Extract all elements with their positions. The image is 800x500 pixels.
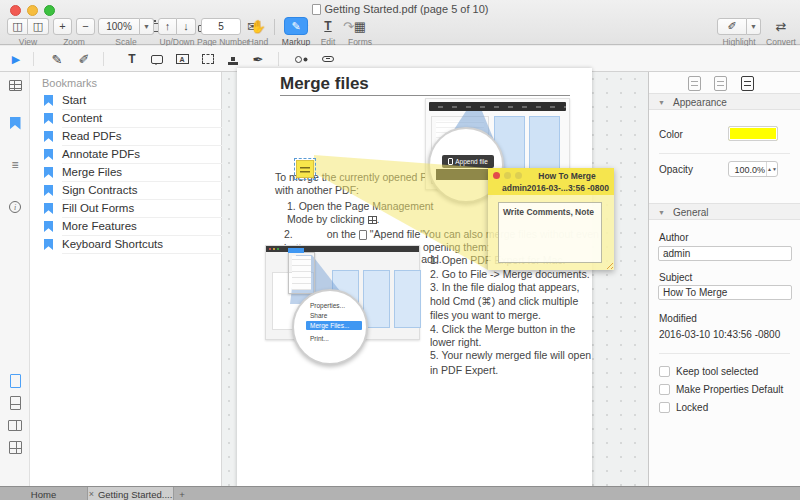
make-properties-default-checkbox[interactable]: [659, 384, 670, 395]
shapes-tool-icon[interactable]: [292, 50, 312, 68]
tab-document-active[interactable]: × Getting Started....: [88, 487, 174, 500]
panel-tab-annotation-icon[interactable]: [741, 76, 754, 91]
note-tool-icon[interactable]: [147, 50, 167, 68]
edit-tab-button[interactable]: T: [324, 18, 331, 35]
menu-item: Print...: [310, 335, 329, 342]
view-two-pages-icon[interactable]: [8, 418, 22, 432]
page-number-input[interactable]: [201, 18, 241, 35]
pen-tool-icon[interactable]: ✎: [47, 50, 67, 68]
modified-label: Modified: [659, 313, 697, 324]
view-single-page-icon[interactable]: [8, 374, 22, 388]
bookmark-item[interactable]: Merge Files: [30, 164, 222, 182]
thumbnails-panel-icon[interactable]: [8, 78, 22, 92]
bookmark-icon: [44, 149, 53, 160]
keep-tool-selected-checkbox[interactable]: [659, 366, 670, 377]
view-grid-icon[interactable]: [8, 440, 22, 454]
bookmark-icon: [44, 113, 53, 124]
text-tool-icon[interactable]: T: [122, 50, 142, 68]
bookmarks-panel-icon[interactable]: [8, 116, 22, 130]
bookmark-item[interactable]: Read PDFs: [30, 128, 222, 146]
left-sidebar-strip: ≡ i: [0, 72, 30, 486]
hand-group: ✋ Hand: [243, 17, 273, 47]
view-continuous-icon[interactable]: [8, 396, 22, 410]
scale-select[interactable]: 100%: [98, 18, 140, 35]
mini-thumbnail: [394, 270, 421, 328]
popup-resize-handle[interactable]: [604, 260, 613, 269]
opacity-stepper[interactable]: 100.0% ▲▼: [728, 161, 778, 177]
mini-file-menu: [288, 252, 315, 294]
zoom-out-button[interactable]: −: [76, 18, 95, 35]
info-panel-icon[interactable]: i: [8, 200, 22, 214]
scale-dropdown-arrow[interactable]: ▼: [140, 18, 154, 35]
link-tool-icon[interactable]: [318, 50, 338, 68]
convert-button[interactable]: ⇄: [776, 18, 787, 35]
bookmark-item[interactable]: Content: [30, 110, 222, 128]
note-popup[interactable]: How To Merge admin 2016-03-...3:56 -0800…: [488, 168, 614, 270]
panel-tab-outline-icon[interactable]: [714, 76, 727, 91]
body-text: 5. Your newly merged file will open: [430, 349, 591, 362]
page-management-grid-icon: [368, 216, 377, 224]
make-properties-default-label: Make Properties Default: [676, 384, 783, 395]
append-file-doc-icon: [359, 230, 367, 240]
textbox-tool-icon[interactable]: A: [172, 50, 192, 68]
panel-divider: [659, 153, 790, 154]
pdf-page[interactable]: Merge files To merge the currently opene…: [237, 68, 592, 490]
bookmark-item[interactable]: Keyboard Shortcuts: [30, 236, 222, 254]
appearance-section-header[interactable]: ▼ Appearance: [649, 93, 800, 110]
forms-tab-button[interactable]: ▦: [354, 18, 366, 35]
bookmark-item[interactable]: Annotate PDFs: [30, 146, 222, 164]
highlight-dropdown-arrow[interactable]: ▼: [747, 18, 761, 35]
author-input[interactable]: [658, 246, 792, 261]
popup-close-dot[interactable]: [493, 172, 500, 179]
markup-tab-button[interactable]: ✎: [284, 17, 308, 35]
color-swatch[interactable]: [728, 126, 778, 141]
bookmark-item[interactable]: Sign Contracts: [30, 182, 222, 200]
stepper-arrows-icon[interactable]: ▲▼: [766, 162, 777, 176]
popup-dot: [504, 172, 511, 179]
bookmark-icon: [44, 203, 53, 214]
bookmarks-header: Bookmarks: [42, 77, 97, 89]
view-double-button[interactable]: ◫: [28, 18, 49, 35]
bookmark-icon: [44, 185, 53, 196]
close-tab-icon[interactable]: ×: [89, 489, 94, 499]
highlight-button[interactable]: ✐: [717, 18, 747, 35]
popup-comment-box[interactable]: Write Comments, Note: [498, 202, 602, 263]
tab-home[interactable]: Home: [0, 487, 88, 500]
hand-tool-button[interactable]: ✋: [250, 18, 266, 35]
bookmark-item[interactable]: Fill Out Forms: [30, 200, 222, 218]
title-toolbar: Getting Started.pdf (page 5 of 10) ✉ ↶ ↷…: [0, 0, 800, 45]
signature-tool-icon[interactable]: ✒: [248, 50, 268, 68]
view-single-button[interactable]: ◫: [7, 18, 28, 35]
annbar-divider: [103, 52, 104, 66]
page-down-button[interactable]: ↓: [177, 18, 196, 35]
subject-input[interactable]: [658, 285, 792, 300]
popup-title: How To Merge: [524, 171, 610, 181]
zoom-in-button[interactable]: +: [53, 18, 72, 35]
popup-date: 2016-03-...3:56 -0800: [527, 183, 609, 193]
stamp-tool-icon[interactable]: [223, 50, 243, 68]
bookmark-item[interactable]: More Features: [30, 218, 222, 236]
popup-author: admin: [502, 183, 527, 193]
note-annotation-icon[interactable]: [296, 160, 314, 178]
document-tab-bar: Home × Getting Started.... +: [0, 486, 800, 500]
color-label: Color: [659, 129, 683, 140]
general-section-header[interactable]: ▼ General: [649, 203, 800, 220]
bookmark-item[interactable]: Start: [30, 92, 222, 110]
disclosure-triangle-icon: ▼: [658, 99, 665, 106]
eraser-tool-icon[interactable]: ✐: [74, 50, 94, 68]
outline-panel-icon[interactable]: ≡: [8, 158, 22, 172]
bookmark-icon: [44, 239, 53, 250]
note-popup-body: Write Comments, Note: [488, 195, 614, 270]
selection-rect-tool-icon[interactable]: [198, 50, 218, 68]
pointer-tool-icon[interactable]: ▶: [6, 50, 26, 68]
view-group: ◫ ◫ View: [6, 17, 50, 47]
note-popup-header: How To Merge admin 2016-03-...3:56 -0800: [488, 168, 614, 195]
document-canvas[interactable]: Merge files To merge the currently opene…: [222, 72, 648, 486]
body-text: files you want to merge.: [430, 309, 541, 322]
locked-checkbox[interactable]: [659, 402, 670, 413]
panel-tab-thumbnails-icon[interactable]: [688, 76, 701, 91]
page-up-button[interactable]: ↑: [158, 18, 177, 35]
new-tab-button[interactable]: +: [174, 487, 190, 500]
bookmark-icon: [44, 221, 53, 232]
menu-item: Share: [310, 312, 327, 319]
